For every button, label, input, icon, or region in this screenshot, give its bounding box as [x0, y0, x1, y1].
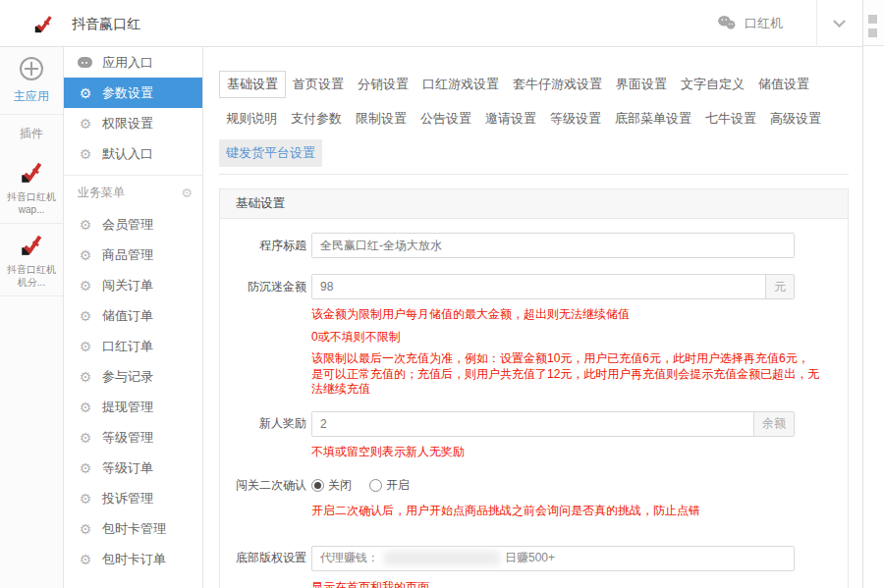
cutoff-right-panel — [862, 0, 884, 588]
copyright-value-suffix: 日赚500+ — [505, 550, 555, 566]
sidebar-item-time-card-management[interactable]: 包时卡管理 — [64, 513, 202, 544]
sidebar-item-permission-settings[interactable]: 权限设置 — [64, 108, 202, 138]
field-footer-copyright: 底部版权设置 代理赚钱： 日赚500+ 显示在首页和我的页面 — [236, 546, 832, 588]
radio-off[interactable] — [311, 479, 324, 492]
lipstick-plugin-icon — [19, 159, 44, 185]
sidebar-item-label: 口红订单 — [102, 338, 153, 355]
radio-off-label: 关闭 — [328, 477, 352, 494]
sidebar-item-label: 提现管理 — [102, 399, 153, 416]
copyright-value-prefix: 代理赚钱： — [320, 550, 379, 566]
sidebar-item-level-orders[interactable]: 等级订单 — [64, 453, 202, 483]
field-challenge-confirm: 闯关二次确认 关闭 开启 开启二次确认后，用户开始点商品挑战之前会询问是否真的挑… — [236, 477, 832, 518]
sidebar-item-complaint-management[interactable]: 投诉管理 — [64, 483, 202, 513]
rail-item-main-app[interactable]: 主应用 — [0, 47, 63, 115]
grid-icon — [20, 57, 43, 80]
sidebar-item-label: 等级管理 — [102, 429, 153, 447]
tab-payment-parameters[interactable]: 支付参数 — [284, 105, 349, 133]
tab-advanced-settings[interactable]: 高级设置 — [763, 105, 828, 133]
sidebar-item-withdrawal-management[interactable]: 提现管理 — [64, 392, 202, 422]
sidebar-item-label: 权限设置 — [102, 115, 153, 133]
gear-icon — [78, 309, 93, 323]
hint-text: 0或不填则不限制 — [311, 329, 832, 345]
tab-shipping-platform-settings[interactable]: 键发货平台设置 — [219, 139, 322, 167]
gear-icon — [78, 248, 93, 262]
tab-qiniu-settings[interactable]: 七牛设置 — [698, 105, 763, 133]
program-title-input-wrap — [311, 233, 795, 258]
sidebar-item-label: 参数设置 — [102, 84, 153, 102]
app-title: 抖音赢口红 — [72, 0, 140, 47]
sidebar-item-label: 等级订单 — [102, 459, 153, 477]
field-program-title: 程序标题 — [236, 233, 832, 258]
settings-sidebar: 应用入口 参数设置 权限设置 默认入口 业务菜单 会员管理 商品管理 闯关订单 … — [64, 47, 203, 588]
tab-invitation-settings[interactable]: 邀请设置 — [478, 105, 543, 133]
tab-bottom-menu-settings[interactable]: 底部菜单设置 — [608, 105, 698, 133]
panel-title: 基础设置 — [220, 189, 848, 219]
sidebar-item-stored-value-orders[interactable]: 储值订单 — [64, 300, 202, 331]
tab-home-settings[interactable]: 首页设置 — [286, 71, 351, 98]
tab-lipstick-game-settings[interactable]: 口红游戏设置 — [415, 71, 506, 98]
unit-addon-balance: 余额 — [753, 412, 794, 436]
confirm-radio-group: 关闭 开启 — [311, 477, 427, 495]
sidebar-section-label: 业务菜单 — [78, 185, 125, 201]
sidebar-item-parameter-settings[interactable]: 参数设置 — [64, 78, 202, 108]
tab-distribution-settings[interactable]: 分销设置 — [351, 71, 415, 98]
field-label: 新人奖励 — [236, 415, 306, 432]
gear-icon — [78, 340, 93, 353]
sidebar-item-member-management[interactable]: 会员管理 — [64, 209, 202, 240]
anti-addiction-input-wrap: 元 — [311, 274, 795, 299]
unit-addon-yuan: 元 — [765, 275, 794, 298]
gear-icon[interactable] — [181, 186, 193, 200]
account-menu[interactable]: 口红机 — [717, 15, 816, 33]
sidebar-item-label: 应用入口 — [102, 54, 153, 72]
tab-level-settings[interactable]: 等级设置 — [543, 105, 608, 133]
sidebar-item-level-management[interactable]: 等级管理 — [64, 422, 202, 453]
lipstick-plugin-icon — [19, 232, 44, 257]
sidebar-item-default-entry[interactable]: 默认入口 — [64, 138, 202, 169]
tab-restriction-settings[interactable]: 限制设置 — [349, 105, 414, 133]
gear-icon — [78, 117, 93, 131]
panel-body: 程序标题 防沉迷金额 元 该金额为限制用户每月储值的最大金额，超出则无法继续储值… — [220, 219, 848, 588]
tab-cowboy-game-settings[interactable]: 套牛仔游戏设置 — [506, 71, 609, 98]
tab-stored-value-settings[interactable]: 储值设置 — [751, 71, 816, 98]
chat-bubble-icon — [78, 57, 93, 68]
main-content: 基础设置 首页设置 分销设置 口红游戏设置 套牛仔游戏设置 界面设置 文字自定义… — [203, 47, 862, 588]
redacted-blur — [384, 551, 500, 565]
sidebar-item-challenge-orders[interactable]: 闯关订单 — [64, 270, 202, 300]
hint-text: 开启二次确认后，用户开始点商品挑战之前会询问是否真的挑战，防止点错 — [311, 503, 832, 518]
gear-icon — [78, 401, 93, 414]
account-dropdown-toggle[interactable] — [817, 0, 860, 47]
sidebar-item-label: 包时卡订单 — [102, 551, 166, 568]
gear-icon — [78, 461, 93, 475]
account-label: 口红机 — [745, 15, 783, 32]
anti-addiction-input[interactable] — [312, 275, 765, 298]
rail-item-plugin-fenxiao[interactable]: 抖音口红机机分... — [0, 224, 63, 296]
gear-icon — [78, 522, 93, 536]
rail-item-plugin-wap[interactable]: 抖音口红机wap... — [0, 151, 63, 224]
sidebar-item-label: 参与记录 — [102, 368, 153, 386]
sidebar-item-lipstick-orders[interactable]: 口红订单 — [64, 331, 202, 361]
sidebar-item-label: 投诉管理 — [102, 490, 153, 508]
sidebar-item-label: 储值订单 — [102, 307, 153, 325]
hint-text: 不填或留空则表示新人无奖励 — [311, 444, 832, 459]
newcomer-reward-input[interactable] — [312, 412, 753, 436]
sidebar-item-label: 默认入口 — [102, 145, 153, 163]
sidebar-item-product-management[interactable]: 商品管理 — [64, 240, 202, 270]
tab-text-customization[interactable]: 文字自定义 — [674, 71, 751, 98]
field-label: 防沉迷金额 — [236, 279, 306, 295]
tab-announcement-settings[interactable]: 公告设置 — [414, 105, 478, 133]
sidebar-item-participation-records[interactable]: 参与记录 — [64, 361, 202, 392]
tab-basic-settings[interactable]: 基础设置 — [219, 71, 286, 98]
field-label: 闯关二次确认 — [236, 477, 306, 494]
program-title-input[interactable] — [312, 234, 794, 257]
gear-icon — [78, 553, 93, 566]
hint-text: 该限制以最后一次充值为准，例如：设置金额10元，用户已充值6元，此时用户选择再充… — [311, 351, 820, 398]
radio-on[interactable] — [369, 479, 382, 492]
sidebar-item-app-entry[interactable]: 应用入口 — [64, 47, 202, 78]
tab-interface-settings[interactable]: 界面设置 — [609, 71, 674, 98]
copyright-input[interactable]: 代理赚钱： 日赚500+ — [311, 546, 795, 571]
plugin-label: 抖音口红机机分... — [2, 263, 61, 289]
sidebar-section-business-menu: 业务菜单 — [64, 176, 202, 209]
sidebar-item-time-card-orders[interactable]: 包时卡订单 — [64, 544, 202, 574]
tab-rules-description[interactable]: 规则说明 — [219, 105, 284, 133]
wechat-icon — [717, 15, 737, 33]
